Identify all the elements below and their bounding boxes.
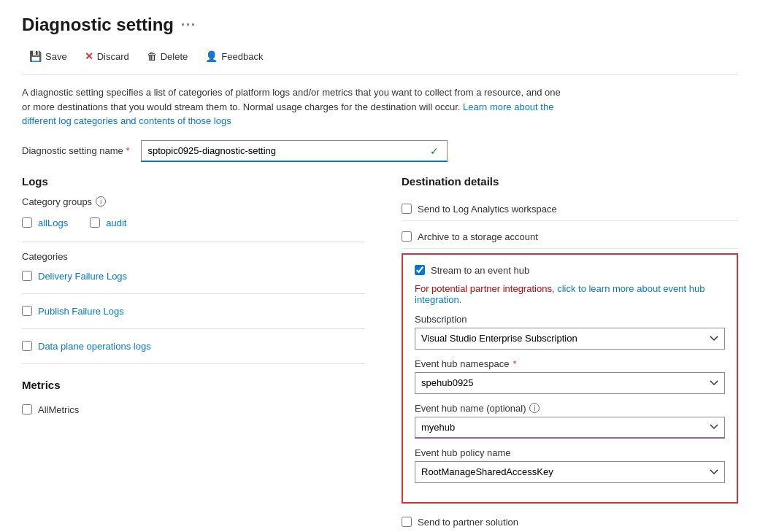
alllogs-row: allLogs (22, 213, 68, 233)
divider-1 (22, 242, 365, 242)
divider-3 (22, 328, 365, 329)
log-analytics-label[interactable]: Send to Log Analytics workspace (418, 204, 557, 215)
hub-name-dropdown[interactable]: myehub (415, 417, 725, 439)
publish-failure-label[interactable]: Publish Failure Logs (38, 306, 124, 317)
subscription-label: Subscription (415, 314, 725, 325)
left-panel: Logs Category groups i allLogs audit Ca (22, 175, 387, 528)
hub-name-label: Event hub name (optional) i (415, 403, 725, 414)
logs-section-title: Logs (22, 175, 365, 188)
storage-checkbox[interactable] (402, 231, 412, 242)
page-title: Diagnostic setting (22, 15, 174, 35)
audit-checkbox[interactable] (90, 217, 100, 228)
event-hub-label[interactable]: Stream to an event hub (431, 265, 529, 276)
policy-field: Event hub policy name RootManageSharedAc… (415, 447, 725, 483)
subscription-field: Subscription Visual Studio Enterprise Su… (415, 314, 725, 350)
delivery-failure-label[interactable]: Delivery Failure Logs (38, 271, 127, 282)
log-analytics-checkbox[interactable] (402, 204, 412, 214)
event-hub-section: Stream to an event hub For potential par… (402, 253, 738, 504)
feedback-button[interactable]: 👤 Feedback (198, 47, 270, 66)
discard-label: Discard (97, 51, 129, 62)
feedback-icon: 👤 (205, 50, 218, 62)
categories-section: Categories Delivery Failure Logs Publish… (22, 251, 365, 364)
event-hub-checkbox[interactable] (415, 265, 425, 275)
partner-solution-row: Send to partner solution (402, 511, 738, 528)
discard-icon: ✕ (85, 50, 93, 62)
data-plane-row: Data plane operations logs (22, 336, 365, 356)
required-marker: * (126, 145, 129, 156)
partner-solution-checkbox[interactable] (402, 517, 412, 527)
audit-label[interactable]: audit (106, 217, 126, 228)
policy-dropdown[interactable]: RootManageSharedAccessKey (415, 461, 725, 483)
destination-title: Destination details (402, 175, 738, 188)
metrics-section: Metrics AllMetrics (22, 379, 365, 420)
partner-text-prefix: For potential partner integrations, (415, 283, 555, 294)
save-icon: 💾 (29, 50, 42, 62)
category-groups-label: Category groups i (22, 196, 365, 207)
delete-icon: 🗑 (147, 50, 157, 62)
category-groups-info-icon[interactable]: i (96, 196, 106, 207)
namespace-field: Event hub namespace * spehub0925 (415, 358, 725, 394)
delete-button[interactable]: 🗑 Delete (139, 47, 196, 66)
audit-row: audit (90, 213, 126, 233)
diagnostic-name-label: Diagnostic setting name * (22, 145, 129, 156)
policy-label: Event hub policy name (415, 447, 725, 458)
partner-text: For potential partner integrations, clic… (415, 283, 725, 305)
metrics-section-title: Metrics (22, 379, 365, 391)
publish-failure-row: Publish Failure Logs (22, 301, 365, 321)
namespace-required: * (513, 358, 516, 369)
event-hub-header: Stream to an event hub (415, 265, 725, 276)
page-title-container: Diagnostic setting ··· (22, 15, 738, 35)
delivery-failure-row: Delivery Failure Logs (22, 266, 365, 286)
valid-icon: ✓ (430, 145, 439, 157)
diagnostic-name-row: Diagnostic setting name * ✓ (22, 140, 738, 162)
divider-2 (22, 293, 365, 294)
hub-name-info-icon[interactable]: i (529, 403, 540, 413)
subscription-dropdown[interactable]: Visual Studio Enterprise Subscription (415, 328, 725, 350)
all-metrics-row: AllMetrics (22, 400, 365, 420)
save-label: Save (45, 51, 67, 62)
right-panel: Destination details Send to Log Analytic… (387, 175, 738, 528)
categories-label: Categories (22, 251, 365, 262)
ellipsis-menu[interactable]: ··· (181, 18, 196, 33)
log-analytics-row: Send to Log Analytics workspace (402, 198, 738, 221)
all-metrics-label[interactable]: AllMetrics (38, 404, 79, 415)
publish-failure-checkbox[interactable] (22, 306, 32, 316)
discard-button[interactable]: ✕ Discard (77, 47, 137, 66)
namespace-label: Event hub namespace * (415, 358, 725, 369)
storage-row: Archive to a storage account (402, 225, 738, 249)
all-metrics-checkbox[interactable] (22, 404, 32, 415)
divider-4 (22, 363, 365, 364)
description-text: A diagnostic setting specifies a list of… (22, 85, 569, 128)
toolbar: 💾 Save ✕ Discard 🗑 Delete 👤 Feedback (22, 47, 738, 75)
alllogs-label[interactable]: allLogs (38, 217, 68, 228)
namespace-dropdown[interactable]: spehub0925 (415, 372, 725, 394)
diagnostic-name-input[interactable] (141, 140, 448, 162)
feedback-label: Feedback (221, 51, 263, 62)
delivery-failure-checkbox[interactable] (22, 271, 32, 281)
delete-label: Delete (161, 51, 188, 62)
hub-name-field: Event hub name (optional) i myehub (415, 403, 725, 439)
save-button[interactable]: 💾 Save (22, 47, 74, 66)
category-groups-row: allLogs audit (22, 213, 365, 233)
main-layout: Logs Category groups i allLogs audit Ca (22, 175, 738, 528)
storage-label[interactable]: Archive to a storage account (418, 231, 538, 242)
data-plane-label[interactable]: Data plane operations logs (38, 341, 151, 352)
alllogs-checkbox[interactable] (22, 217, 32, 228)
data-plane-checkbox[interactable] (22, 341, 32, 351)
partner-solution-label[interactable]: Send to partner solution (418, 517, 518, 528)
